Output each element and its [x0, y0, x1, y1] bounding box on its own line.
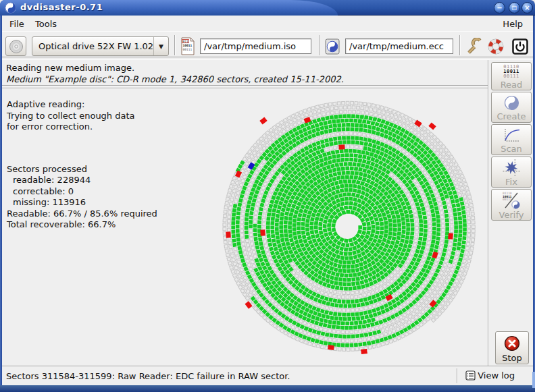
toolbar: Optical drive 52X FW 1.02 ▼ 011 10011 00… [2, 31, 533, 60]
chevron-down-icon: ▼ [153, 37, 168, 55]
cd-icon [8, 38, 24, 55]
drive-selector[interactable]: Optical drive 52X FW 1.02 ▼ [32, 36, 169, 56]
status-heading: Reading new medium image. Medium "Exampl… [2, 60, 488, 90]
maximize-button[interactable]: □ [509, 2, 520, 13]
stop-button[interactable]: Stop [495, 331, 529, 364]
close-button[interactable]: × [521, 2, 533, 13]
heading-separator [2, 85, 488, 88]
statusbar-divider [457, 368, 458, 383]
sectors-title: Sectors processed [7, 164, 201, 175]
fix-label: Fix [505, 177, 517, 187]
app-yinyang-icon [5, 2, 16, 13]
sector-readability-spiral [203, 89, 489, 366]
ecc-file-input[interactable] [345, 38, 453, 54]
quit-button[interactable] [511, 36, 529, 56]
fix-button[interactable]: Fix [491, 157, 532, 188]
svg-text:00111: 00111 [182, 48, 192, 51]
app-window: dvdisaster-0.71 − □ × File Tools Help Op… [0, 0, 535, 392]
image-file-icon: 011 10011 00111 [180, 36, 195, 56]
window-border-left [0, 16, 2, 385]
toolbar-separator [319, 35, 320, 55]
action-status: Reading new medium image. [6, 63, 134, 73]
stop-label: Stop [502, 353, 522, 363]
minimize-button[interactable]: − [494, 2, 505, 13]
toolbar-separator [174, 35, 176, 55]
scan-label: Scan [501, 144, 522, 154]
create-label: Create [496, 111, 526, 121]
mode-desc-1: Trying to collect enough data [7, 111, 201, 122]
menu-file[interactable]: File [5, 17, 29, 31]
window-border-bottom [0, 385, 535, 392]
toolbar-separator [459, 35, 461, 55]
view-log-button[interactable]: View log [463, 369, 517, 382]
mode-title: Adaptive reading: [7, 99, 201, 111]
scan-curve-icon [503, 128, 520, 143]
sidebar-separator [488, 60, 489, 366]
stop-x-icon [503, 335, 521, 352]
scan-button[interactable]: Scan [491, 124, 532, 155]
wrench-icon [465, 38, 482, 55]
log-list-icon [465, 370, 476, 381]
view-log-label: View log [478, 370, 515, 381]
readable-percentage: Readable: 66.7% / 85.6% required [7, 208, 201, 220]
statusbar: Sectors 311584-311599: Raw Reader: EDC f… [2, 366, 533, 385]
verify-button[interactable]: 01110 10011 00111 Verify [491, 189, 532, 221]
binary-bits-icon: 01110 10011 00111 [503, 65, 519, 79]
lifebelt-icon [487, 38, 505, 55]
titlebar[interactable]: dvdisaster-0.71 − □ × [0, 0, 535, 16]
missing-count: missing: 113916 [7, 197, 201, 208]
fix-splat-icon [503, 159, 520, 176]
svg-text:011: 011 [182, 40, 188, 43]
menubar: File Tools Help [2, 16, 533, 31]
readable-count: readable: 228944 [7, 175, 201, 186]
medium-info: Medium "Example disc": CD-R mode 1, 3428… [6, 74, 344, 84]
power-icon [512, 38, 528, 55]
drive-selector-value: Optical drive 52X FW 1.02 [32, 41, 153, 51]
correctable-count: correctable: 0 [7, 186, 201, 198]
read-label: Read [501, 80, 523, 90]
status-message: Sectors 311584-311599: Raw Reader: EDC f… [6, 371, 290, 381]
yinyang-icon [504, 95, 519, 111]
create-button[interactable]: Create [491, 92, 532, 123]
verify-compare-icon: 01110 10011 00111 [503, 192, 520, 209]
read-button[interactable]: 01110 10011 00111 Read [491, 62, 532, 90]
ecc-file-icon [324, 36, 340, 56]
verify-label: Verify [499, 210, 524, 220]
recoverable-percentage: Total recoverable: 66.7% [7, 219, 201, 231]
help-button[interactable] [486, 36, 505, 56]
menu-tools[interactable]: Tools [30, 17, 61, 31]
svg-text:10011: 10011 [182, 44, 192, 47]
window-title: dvdisaster-0.71 [20, 2, 103, 12]
image-file-input[interactable] [200, 38, 311, 54]
mode-desc-2: for error correction. [7, 121, 201, 133]
eject-drive-button[interactable] [5, 36, 26, 56]
menu-help[interactable]: Help [498, 17, 528, 31]
reading-info-panel: Adaptive reading: Trying to collect enou… [7, 99, 201, 231]
preferences-button[interactable] [465, 36, 482, 56]
window-resize-grip[interactable] [532, 372, 535, 388]
